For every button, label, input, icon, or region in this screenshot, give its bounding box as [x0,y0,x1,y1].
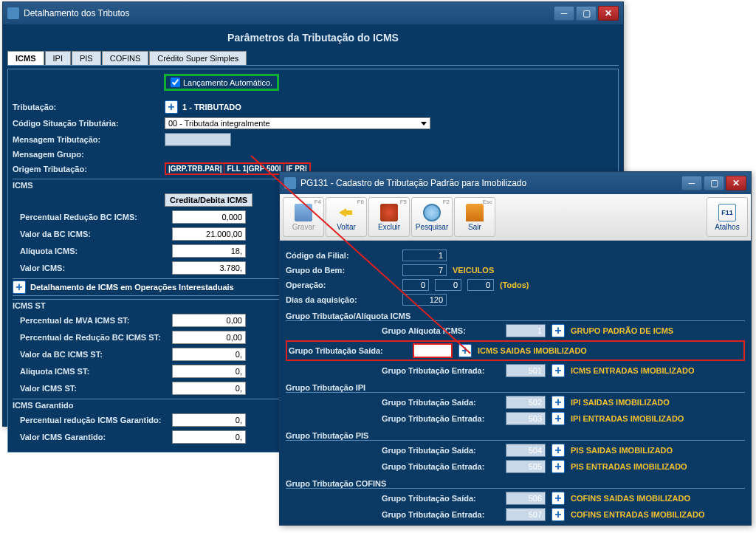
row-label: Grupo Tributação Entrada: [382,414,500,423]
tab-icms[interactable]: ICMS [7,51,44,65]
minimize-button[interactable]: ─ [554,6,574,21]
plus-icon[interactable]: + [551,396,565,409]
exit-icon [466,204,484,221]
operacao-input-2[interactable]: 0 [435,279,461,291]
app-icon [7,7,19,19]
titlebar[interactable]: PG131 - Cadastro de Tributação Padrão pa… [280,172,751,194]
window-title: Detalhamento dos Tributos [24,8,554,18]
plus-icon[interactable]: + [551,364,565,377]
grupo-input[interactable]: 502 [506,396,546,409]
grupo-input[interactable]: 505 [506,460,546,473]
msg-tributacao-input[interactable] [165,133,231,146]
dias-input[interactable]: 120 [402,294,447,306]
plus-icon[interactable]: + [551,324,565,337]
grupo-bem-input[interactable]: 7 [402,264,447,276]
grupo-desc: PIS ENTRADAS IMOBILIZADO [571,462,687,471]
lancamento-automatico-checkbox[interactable] [171,78,180,87]
lancamento-automatico-label: Lançamento Automático. [183,78,272,87]
save-icon [295,204,312,221]
maximize-button[interactable]: ▢ [576,6,597,21]
valor-garantido-label: Valor ICMS Garantido: [13,433,168,441]
aliquota-icms-input[interactable]: 18, [172,244,246,258]
cst-select[interactable]: 00 - Tributada integralmente [165,117,430,129]
close-button[interactable]: ✕ [726,176,746,190]
valor-icms-label: Valor ICMS: [13,264,168,272]
perc-red-bc-input[interactable]: 0,000 [172,210,246,224]
origem-tributacao-label: Origem Tributação: [13,165,160,173]
plus-icon[interactable]: + [551,492,565,505]
aliquota-icms-label: Alíquota ICMS: [13,247,168,255]
valor-st-label: Valor ICMS ST: [13,384,168,393]
valor-st-input[interactable]: 0, [172,382,246,395]
aliquota-st-label: Alíquota ICMS ST: [13,367,168,376]
excluir-button[interactable]: F5Excluir [368,197,410,237]
filial-label: Código da Filial: [286,251,396,260]
voltar-button[interactable]: F6Voltar [326,197,367,237]
tributacao-row: Grupo Tributação Saída:504+PIS SAIDAS IM… [286,444,745,457]
tributacao-row: Grupo Tributação Entrada:505+PIS ENTRADA… [286,460,745,473]
perc-red-garantido-input[interactable]: 0, [172,413,246,427]
dias-label: Dias da aquisição: [286,295,396,304]
close-button[interactable]: ✕ [598,6,619,21]
plus-icon[interactable]: + [458,344,472,357]
f11-icon: F11 [718,204,736,221]
plus-icon[interactable]: + [551,460,565,473]
grupo-input[interactable]: 501 [506,364,546,377]
page-header: Parâmetros da Tributação do ICMS [7,29,619,51]
back-arrow-icon [337,204,355,221]
grupo-input[interactable]: 503 [506,412,546,425]
atalhos-button[interactable]: F11Atalhos [707,197,748,237]
search-icon [423,204,441,221]
maximize-button[interactable]: ▢ [704,176,724,190]
tab-ipi[interactable]: IPI [45,51,71,65]
mva-icms-st-label: Percentual de MVA ICMS ST: [13,316,168,325]
perc-red-bc-st-label: Percentual de Redução BC ICMS ST: [13,333,168,342]
plus-icon[interactable]: + [551,444,565,457]
detalhamento-label: Detalhamento de ICMS em Operações Intere… [30,283,234,292]
operacao-input-3[interactable]: 0 [467,279,494,291]
grupo-desc: GRUPO PADRÃO DE ICMS [571,326,673,335]
toolbar: F4Gravar F6Voltar F5Excluir F2Pesquisar … [280,194,751,241]
perc-red-garantido-label: Percentual redução ICMS Garantido: [13,416,168,424]
row-label: Grupo Tributação Saída: [289,346,407,355]
plus-icon[interactable]: + [551,412,565,425]
grupo-input[interactable]: 504 [506,444,546,457]
grupo-input[interactable]: 506 [506,492,546,505]
valor-garantido-input[interactable]: 0, [172,430,246,444]
perc-red-bc-st-input[interactable]: 0,00 [172,331,246,344]
section-title: Grupo Tributação COFINS [286,479,745,489]
valor-bc-st-input[interactable]: 0, [172,348,246,361]
grupo-input[interactable]: 500 [413,343,453,358]
valor-icms-input[interactable]: 3.780, [172,261,246,275]
perc-red-bc-label: Percentual Redução BC ICMS: [13,213,168,221]
chevron-down-icon [421,122,427,125]
operacao-input-1[interactable]: 0 [402,279,429,291]
msg-tributacao-label: Mensagem Tributação: [13,135,160,144]
row-label: Grupo Tributação Entrada: [382,462,500,471]
tab-credito-super-simples[interactable]: Crédito Super Simples [149,51,247,65]
msg-grupo-label: Mensagem Grupo: [13,150,160,159]
mva-icms-st-input[interactable]: 0,00 [172,314,246,327]
delete-icon [380,204,398,221]
tributacao-plus-icon[interactable]: + [165,100,178,114]
tab-pis[interactable]: PIS [72,51,101,65]
valor-bc-input[interactable]: 21.000,00 [172,227,246,241]
minimize-button[interactable]: ─ [681,176,702,190]
grupo-input[interactable]: 1 [506,324,546,337]
section-title: Grupo Tributação IPI [286,383,745,393]
valor-bc-label: Valor da BC ICMS: [13,230,168,238]
sair-button[interactable]: EscSair [454,197,495,237]
detalhamento-plus-icon[interactable]: + [13,281,26,294]
tributacao-row: Grupo Alíquota ICMS:1+GRUPO PADRÃO DE IC… [286,324,745,337]
titlebar[interactable]: Detalhamento dos Tributos ─ ▢ ✕ [3,2,623,24]
row-label: Grupo Tributação Entrada: [382,510,500,519]
plus-icon[interactable]: + [551,508,565,521]
grupo-input[interactable]: 507 [506,508,546,521]
cst-label: Código Situação Tributária: [13,119,160,128]
credita-debita-icms-button[interactable]: Credita/Debita ICMS [165,193,252,207]
tab-cofins[interactable]: COFINS [102,51,149,65]
tributacao-row: Grupo Tributação Saída:500+ICMS SAIDAS I… [286,340,745,361]
filial-input[interactable]: 1 [402,250,447,261]
aliquota-st-input[interactable]: 0, [172,365,246,378]
pesquisar-button[interactable]: F2Pesquisar [411,197,453,237]
